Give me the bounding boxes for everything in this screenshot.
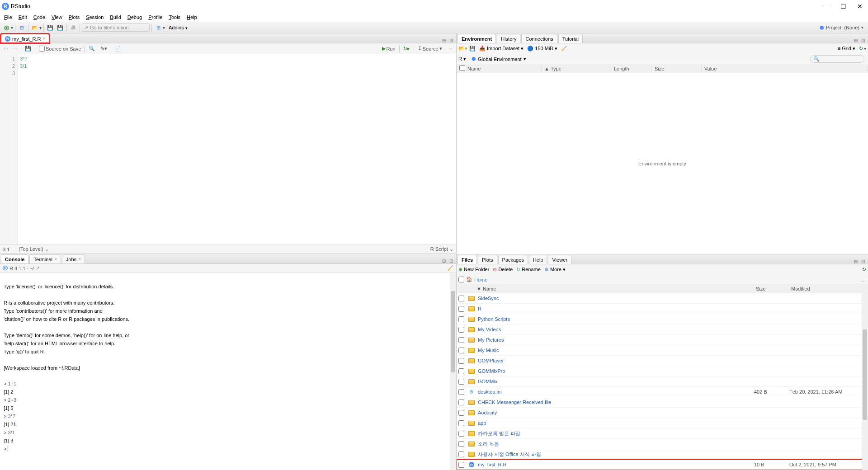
file-row[interactable]: 소리 녹음 bbox=[457, 439, 868, 449]
tab-close-icon[interactable]: × bbox=[43, 36, 46, 41]
source-tab-file[interactable]: R my_first_R.R × bbox=[1, 34, 49, 43]
file-row[interactable]: GOMMix bbox=[457, 376, 868, 387]
file-row[interactable]: Audacity bbox=[457, 408, 868, 418]
new-project-button[interactable]: ⊞ bbox=[17, 23, 26, 32]
file-name[interactable]: Python Scripts bbox=[478, 316, 754, 322]
menu-view[interactable]: View bbox=[48, 14, 66, 21]
col-type[interactable]: Type bbox=[548, 66, 611, 71]
menu-code[interactable]: Code bbox=[30, 14, 48, 21]
console-scrollbar[interactable] bbox=[450, 273, 456, 470]
memory-usage[interactable]: 🔵 150 MiB ▾ bbox=[527, 46, 557, 52]
rename-button[interactable]: ↻ Rename bbox=[516, 267, 541, 273]
tab-jobs[interactable]: Jobs × bbox=[62, 254, 85, 263]
file-name[interactable]: GOMMix bbox=[478, 379, 754, 384]
minimize-pane-icon[interactable]: ⊟ bbox=[853, 38, 859, 43]
file-name[interactable]: R bbox=[478, 306, 754, 311]
file-checkbox[interactable] bbox=[458, 358, 464, 364]
find-button[interactable]: 🔍 bbox=[87, 45, 97, 52]
file-checkbox[interactable] bbox=[458, 368, 464, 374]
file-type[interactable]: R Script ⌄ bbox=[430, 246, 453, 252]
new-file-button[interactable]: ⊕ bbox=[2, 23, 11, 32]
wand-button[interactable]: ✎▾ bbox=[99, 45, 109, 52]
file-name[interactable]: desktop.ini bbox=[478, 389, 754, 395]
home-link[interactable]: Home bbox=[474, 277, 487, 282]
file-row[interactable]: Rmy_first_R.R10 BOct 2, 2021, 9:57 PM bbox=[457, 460, 868, 470]
col-length[interactable]: Length bbox=[611, 66, 652, 71]
language-selector[interactable]: R ▾ bbox=[458, 56, 466, 62]
menu-debug[interactable]: Debug bbox=[124, 14, 145, 21]
menu-tools[interactable]: Tools bbox=[165, 14, 184, 21]
back-button[interactable]: ⇦ bbox=[2, 45, 9, 52]
file-name[interactable]: 카카오톡 받은 파일 bbox=[478, 430, 754, 437]
file-name[interactable]: app bbox=[478, 420, 754, 426]
source-save-button[interactable]: 💾 bbox=[23, 45, 33, 52]
home-icon[interactable]: 🏠 bbox=[466, 277, 472, 282]
file-row[interactable]: 사용자 지정 Office 서식 파일 bbox=[457, 449, 868, 460]
new-folder-button[interactable]: ⊕ New Folder bbox=[458, 267, 489, 273]
col-name[interactable]: ▼ Name bbox=[476, 286, 756, 291]
tab-console[interactable]: Console bbox=[1, 254, 28, 263]
refresh-env-button[interactable]: ↻ bbox=[859, 46, 863, 52]
menu-profile[interactable]: Profile bbox=[145, 14, 165, 21]
col-modified[interactable]: Modified bbox=[791, 286, 868, 291]
file-checkbox[interactable] bbox=[458, 296, 464, 301]
code-area[interactable]: 3*7 3/1 bbox=[18, 54, 456, 244]
path-more-icon[interactable]: … bbox=[861, 277, 866, 282]
col-size[interactable]: Size bbox=[756, 286, 791, 291]
file-name[interactable]: My Music bbox=[478, 348, 754, 353]
file-name[interactable]: my_first_R.R bbox=[478, 462, 754, 467]
save-all-button[interactable]: 💾 bbox=[56, 23, 65, 32]
open-file-button[interactable]: 📂 bbox=[30, 23, 39, 32]
file-row[interactable]: 카카오톡 받은 파일 bbox=[457, 428, 868, 439]
file-name[interactable]: GOMPlayer bbox=[478, 358, 754, 363]
file-row[interactable]: CHECK Messenger Received file bbox=[457, 397, 868, 408]
file-name[interactable]: 사용자 지정 Office 서식 파일 bbox=[478, 451, 754, 458]
tab-environment[interactable]: Environment bbox=[458, 34, 496, 43]
delete-button[interactable]: ⊘ Delete bbox=[493, 267, 513, 273]
maximize-pane-icon[interactable]: ⊡ bbox=[448, 38, 454, 43]
file-row[interactable]: Python Scripts bbox=[457, 314, 868, 324]
clear-console-icon[interactable]: 🧹 bbox=[447, 265, 453, 271]
file-checkbox[interactable] bbox=[458, 431, 464, 437]
maximize-pane-icon[interactable]: ⊡ bbox=[448, 258, 454, 263]
menu-session[interactable]: Session bbox=[83, 14, 107, 21]
file-row[interactable]: GOMPlayer bbox=[457, 356, 868, 366]
forward-button[interactable]: ⇨ bbox=[11, 45, 19, 52]
project-selector[interactable]: ⬢ Project: (None) ▾ bbox=[820, 25, 866, 31]
col-name[interactable]: Name bbox=[465, 66, 542, 71]
tab-history[interactable]: History bbox=[497, 34, 520, 43]
file-name[interactable]: SideSync bbox=[478, 296, 754, 301]
file-row[interactable]: My Pictures bbox=[457, 335, 868, 345]
source-button[interactable]: ↧ Source ▾ bbox=[416, 45, 444, 52]
maximize-button[interactable]: ☐ bbox=[840, 3, 846, 10]
file-name[interactable]: CHECK Messenger Received file bbox=[478, 400, 754, 405]
file-checkbox[interactable] bbox=[458, 327, 464, 333]
file-row[interactable]: SideSync bbox=[457, 293, 868, 304]
file-checkbox[interactable] bbox=[458, 337, 464, 343]
tab-close-icon[interactable]: × bbox=[54, 257, 57, 262]
file-name[interactable]: My Videos bbox=[478, 327, 754, 332]
minimize-pane-icon[interactable]: ⊟ bbox=[853, 258, 859, 264]
source-on-save-checkbox[interactable]: Source on Save bbox=[37, 45, 83, 52]
file-row[interactable]: R bbox=[457, 304, 868, 314]
import-dataset-button[interactable]: 📥 Import Dataset ▾ bbox=[479, 46, 524, 52]
file-checkbox[interactable] bbox=[458, 400, 464, 405]
menu-help[interactable]: Help bbox=[184, 14, 200, 21]
minimize-pane-icon[interactable]: ⊟ bbox=[441, 38, 447, 43]
save-workspace-button[interactable]: 💾 bbox=[469, 46, 476, 52]
compile-button[interactable]: 📄 bbox=[113, 45, 123, 52]
col-size[interactable]: Size bbox=[652, 66, 702, 71]
outline-button[interactable]: ≡ bbox=[448, 45, 454, 52]
refresh-files-button[interactable]: ↻ bbox=[862, 267, 866, 273]
tab-tutorial[interactable]: Tutorial bbox=[558, 34, 583, 43]
file-checkbox[interactable] bbox=[458, 379, 464, 385]
print-button[interactable]: 🖶 bbox=[69, 23, 78, 32]
tab-close-icon[interactable]: × bbox=[78, 257, 81, 262]
scope-selector[interactable]: (Top Level) ⌄ bbox=[19, 246, 48, 252]
env-search[interactable]: 🔍 bbox=[810, 55, 864, 63]
file-name[interactable]: GOMMixPro bbox=[478, 368, 754, 374]
file-row[interactable]: My Videos bbox=[457, 324, 868, 335]
tab-help[interactable]: Help bbox=[529, 255, 547, 264]
file-row[interactable]: app bbox=[457, 418, 868, 428]
open-recent-dropdown[interactable]: ▾ bbox=[39, 25, 42, 30]
